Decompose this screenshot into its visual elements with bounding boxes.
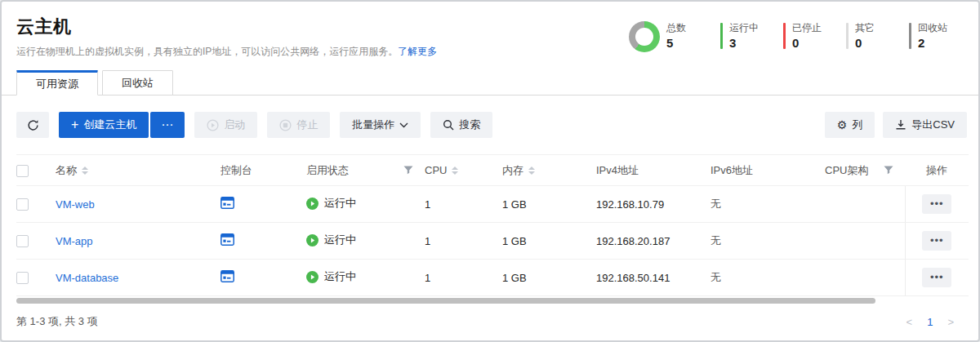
instance-name-link[interactable]: VM-database	[56, 272, 118, 284]
column-header-memory[interactable]: 内存	[502, 155, 596, 186]
console-icon	[220, 197, 234, 209]
stat-recycle: 回收站 2	[909, 21, 954, 51]
page-header: 云主机 运行在物理机上的虚拟机实例，具有独立的IP地址，可以访问公共网络，运行应…	[2, 2, 978, 59]
toolbar: + 创建云主机 ⋯ 启动 停止 批量操作	[2, 95, 978, 138]
sort-icon[interactable]	[452, 167, 458, 175]
cpu-value: 1	[425, 223, 502, 260]
horizontal-scrollbar[interactable]	[16, 298, 875, 304]
stat-value: 2	[918, 35, 954, 51]
column-label: IPv4地址	[596, 163, 639, 178]
table-row: VM-database 运行中 1 1 GB 192.168	[16, 260, 969, 296]
memory-value: 1 GB	[502, 186, 596, 223]
page-title: 云主机	[16, 15, 437, 39]
refresh-icon	[27, 119, 39, 131]
search-label: 搜索	[459, 118, 480, 132]
stat-total: 总数 5	[629, 21, 702, 52]
stopped-color-bar	[783, 23, 786, 49]
chevron-down-icon	[399, 122, 408, 128]
status-label: 运行中	[324, 233, 356, 247]
running-status-icon	[306, 234, 318, 247]
console-icon	[220, 233, 234, 246]
items-summary: 第 1-3 项, 共 3 项	[16, 314, 98, 329]
stat-running: 运行中 3	[720, 21, 765, 51]
tab-available-resources[interactable]: 可用资源	[16, 70, 98, 95]
stat-label: 总数	[666, 21, 702, 35]
export-csv-button[interactable]: 导出CSV	[883, 112, 967, 138]
cloud-host-page: 云主机 运行在物理机上的虚拟机实例，具有独立的IP地址，可以访问公共网络，运行应…	[0, 0, 980, 342]
ipv4-value: 192.168.10.79	[596, 186, 710, 223]
select-all-checkbox[interactable]	[16, 165, 29, 177]
stat-value: 3	[729, 35, 765, 51]
start-button[interactable]: 启动	[194, 112, 257, 138]
current-page-number[interactable]: 1	[927, 316, 933, 328]
learn-more-link[interactable]: 了解更多	[398, 46, 437, 57]
column-header-ipv4: IPv4地址	[596, 155, 710, 186]
instance-name-link[interactable]: VM-web	[56, 198, 95, 211]
status-label: 运行中	[324, 269, 356, 284]
sort-icon[interactable]	[528, 167, 535, 175]
more-actions-button[interactable]: ⋯	[150, 112, 185, 138]
play-circle-icon	[207, 119, 219, 131]
total-donut-chart	[629, 21, 660, 52]
row-actions-button[interactable]: •••	[922, 194, 951, 214]
column-header-console: 控制台	[220, 155, 306, 186]
filter-icon[interactable]	[884, 166, 893, 175]
instance-table: 名称 控制台 启用状态 CPU	[2, 138, 978, 304]
running-color-bar	[720, 23, 723, 49]
instance-name-link[interactable]: VM-app	[56, 235, 93, 247]
stat-stopped: 已停止 0	[783, 21, 828, 51]
status-label: 运行中	[324, 196, 356, 211]
row-actions-button[interactable]: •••	[922, 231, 951, 251]
stop-label: 停止	[296, 118, 318, 132]
search-icon	[443, 119, 454, 131]
stat-value: 0	[855, 35, 891, 51]
cpu-value: 1	[425, 260, 502, 296]
console-button[interactable]	[220, 197, 234, 209]
row-checkbox[interactable]	[16, 272, 29, 284]
filter-icon[interactable]	[403, 166, 413, 175]
console-button[interactable]	[220, 233, 234, 246]
search-button[interactable]: 搜索	[430, 112, 492, 138]
gear-icon: ⚙	[837, 119, 848, 131]
column-header-name[interactable]: 名称	[56, 155, 220, 186]
ipv4-value: 192.168.50.141	[596, 260, 710, 296]
batch-actions-button[interactable]: 批量操作	[340, 112, 421, 138]
stop-button[interactable]: 停止	[267, 112, 330, 138]
table-header-row: 名称 控制台 启用状态 CPU	[16, 155, 969, 186]
next-page-chevron[interactable]: >	[947, 316, 954, 328]
stat-value: 5	[666, 35, 702, 51]
row-actions-button[interactable]: •••	[922, 268, 951, 287]
pager: < 1 >	[906, 316, 954, 328]
row-checkbox[interactable]	[16, 198, 29, 211]
running-status-icon	[306, 198, 318, 210]
console-button[interactable]	[220, 270, 234, 282]
plus-icon: +	[71, 118, 78, 131]
status-badge: 运行中	[306, 269, 356, 284]
column-header-cpu-arch: CPU架构	[825, 155, 905, 186]
cpu-arch-value	[825, 223, 905, 260]
prev-page-chevron[interactable]: <	[906, 316, 913, 328]
columns-settings-button[interactable]: ⚙ 列	[825, 112, 875, 138]
stat-other: 其它 0	[846, 21, 891, 51]
column-label: 名称	[56, 163, 77, 178]
create-instance-button[interactable]: + 创建云主机	[59, 112, 149, 138]
refresh-button[interactable]	[16, 112, 49, 138]
tab-bar: 可用资源 回收站	[2, 70, 978, 95]
cpu-value: 1	[425, 186, 502, 223]
sort-icon[interactable]	[82, 167, 88, 175]
tab-recycle-bin[interactable]: 回收站	[102, 70, 173, 95]
cpu-arch-value	[825, 260, 905, 296]
column-label: CPU架构	[825, 163, 868, 178]
console-icon	[220, 270, 234, 282]
cpu-arch-value	[825, 186, 905, 223]
row-checkbox[interactable]	[16, 235, 29, 247]
column-header-ipv6: IPv6地址	[710, 155, 825, 186]
column-header-cpu[interactable]: CPU	[425, 155, 502, 186]
recycle-color-bar	[909, 23, 911, 49]
batch-actions-label: 批量操作	[352, 118, 394, 132]
ipv6-value: 无	[710, 223, 825, 260]
stat-label: 已停止	[792, 21, 828, 35]
memory-value: 1 GB	[502, 223, 596, 260]
column-header-actions: 操作	[905, 155, 969, 186]
table-row: VM-web 运行中 1 1 GB 192.168.10.7	[16, 186, 969, 223]
